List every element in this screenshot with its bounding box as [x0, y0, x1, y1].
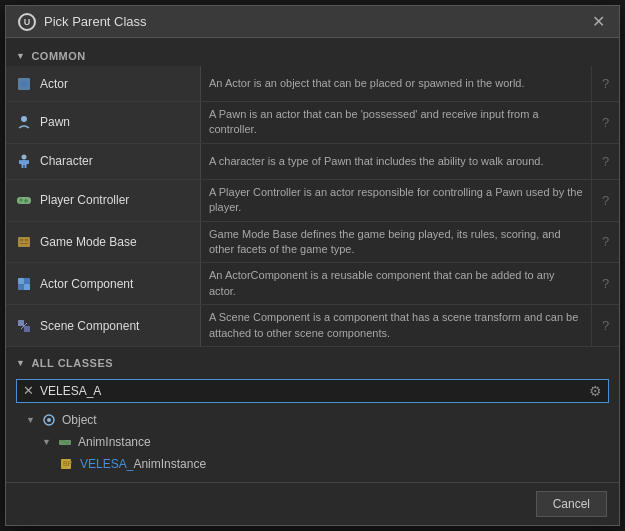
svg-rect-18 — [24, 278, 30, 284]
help-btn-player-controller[interactable]: ? — [591, 180, 619, 221]
search-input[interactable] — [40, 384, 583, 398]
class-desc-actor: An Actor is an object that can be placed… — [201, 66, 591, 101]
help-btn-actor[interactable]: ? — [591, 66, 619, 101]
tree-item-object[interactable]: ▼ Object — [26, 409, 599, 431]
svg-point-3 — [22, 155, 27, 160]
svg-text:BP: BP — [63, 460, 73, 467]
tree-item-velesa-anim[interactable]: BP VELESA_AnimInstance — [26, 453, 599, 475]
svg-rect-16 — [20, 243, 28, 244]
svg-rect-20 — [24, 284, 30, 290]
common-arrow-icon: ▼ — [16, 51, 25, 61]
svg-rect-15 — [25, 239, 28, 241]
all-classes-section: ✕ ⚙ ▼ Object — [6, 373, 619, 482]
svg-rect-19 — [18, 284, 24, 290]
svg-point-25 — [47, 418, 51, 422]
svg-rect-4 — [21, 160, 27, 165]
all-classes-arrow-icon: ▼ — [16, 358, 25, 368]
svg-rect-13 — [18, 237, 30, 247]
ue-logo: U — [18, 13, 36, 31]
svg-rect-17 — [18, 278, 24, 284]
pawn-icon — [14, 112, 34, 132]
class-name-cell-actor-component: Actor Component — [6, 263, 201, 304]
search-row: ✕ ⚙ — [16, 379, 609, 403]
class-row-actor[interactable]: Actor An Actor is an object that can be … — [6, 66, 619, 102]
actor-icon — [14, 74, 34, 94]
class-name-scene-component: Scene Component — [40, 319, 139, 333]
class-desc-character: A character is a type of Pawn that inclu… — [201, 144, 591, 179]
anim-suffix: AnimInstance — [133, 457, 206, 471]
velesa-anim-icon: BP — [58, 455, 76, 473]
class-name-character: Character — [40, 154, 93, 168]
tree-label-object: Object — [62, 413, 97, 427]
class-name-actor: Actor — [40, 77, 68, 91]
svg-rect-7 — [22, 165, 24, 168]
help-btn-game-mode-base[interactable]: ? — [591, 222, 619, 263]
class-name-cell-scene-component: Scene Component — [6, 305, 201, 346]
class-name-player-controller: Player Controller — [40, 193, 129, 207]
class-row-actor-component[interactable]: Actor Component An ActorComponent is a r… — [6, 263, 619, 305]
svg-point-1 — [21, 81, 27, 87]
close-button[interactable]: ✕ — [589, 13, 607, 31]
tree-arrow-object: ▼ — [26, 415, 40, 425]
class-row-scene-component[interactable]: Scene Component A Scene Component is a c… — [6, 305, 619, 347]
common-classes-list: Actor An Actor is an object that can be … — [6, 66, 619, 347]
svg-rect-22 — [24, 326, 30, 332]
player-controller-icon — [14, 190, 34, 210]
anim-instance-icon — [56, 433, 74, 451]
class-name-cell-game-mode-base: Game Mode Base — [6, 222, 201, 263]
tree-label-velesa-anim: VELESA_AnimInstance — [80, 457, 206, 471]
tree-label-anim-instance: AnimInstance — [78, 435, 151, 449]
object-icon — [40, 411, 58, 429]
class-desc-pawn: A Pawn is an actor that can be 'possesse… — [201, 102, 591, 143]
common-section-header[interactable]: ▼ COMMON — [6, 46, 619, 66]
svg-rect-5 — [19, 160, 21, 164]
svg-point-10 — [20, 199, 23, 202]
class-desc-game-mode-base: Game Mode Base defines the game being pl… — [201, 222, 591, 263]
all-classes-section-header[interactable]: ▼ ALL CLASSES — [6, 353, 619, 373]
cancel-button[interactable]: Cancel — [536, 491, 607, 517]
all-classes-section-label: ALL CLASSES — [31, 357, 113, 369]
dialog-footer: Cancel — [6, 482, 619, 525]
class-desc-player-controller: A Player Controller is an actor responsi… — [201, 180, 591, 221]
class-name-cell-actor: Actor — [6, 66, 201, 101]
class-tree: ▼ Object ▼ — [16, 407, 609, 477]
class-name-cell-player-controller: Player Controller — [6, 180, 201, 221]
class-row-character[interactable]: Character A character is a type of Pawn … — [6, 144, 619, 180]
scene-component-icon — [14, 316, 34, 336]
class-name-cell-character: Character — [6, 144, 201, 179]
svg-point-2 — [21, 116, 27, 122]
class-desc-actor-component: An ActorComponent is a reusable componen… — [201, 263, 591, 304]
svg-rect-12 — [24, 200, 28, 202]
svg-rect-8 — [25, 165, 27, 168]
pick-parent-class-dialog: U Pick Parent Class ✕ ▼ COMMON — [5, 5, 620, 526]
velesa-highlight: VELESA_ — [80, 457, 133, 471]
class-row-game-mode-base[interactable]: Game Mode Base Game Mode Base defines th… — [6, 222, 619, 264]
class-name-cell-pawn: Pawn — [6, 102, 201, 143]
svg-rect-6 — [27, 160, 29, 164]
character-icon — [14, 151, 34, 171]
svg-rect-14 — [20, 239, 23, 241]
tree-item-anim-instance[interactable]: ▼ AnimInstance — [26, 431, 599, 453]
title-bar: U Pick Parent Class ✕ — [6, 6, 619, 38]
dialog-title: Pick Parent Class — [44, 14, 147, 29]
tree-arrow-anim: ▼ — [42, 437, 56, 447]
gear-icon[interactable]: ⚙ — [589, 383, 602, 399]
common-section-label: COMMON — [31, 50, 85, 62]
title-bar-left: U Pick Parent Class — [18, 13, 147, 31]
help-btn-character[interactable]: ? — [591, 144, 619, 179]
class-name-pawn: Pawn — [40, 115, 70, 129]
help-btn-pawn[interactable]: ? — [591, 102, 619, 143]
help-btn-scene-component[interactable]: ? — [591, 305, 619, 346]
actor-component-icon — [14, 274, 34, 294]
svg-rect-21 — [18, 320, 24, 326]
class-name-actor-component: Actor Component — [40, 277, 133, 291]
help-btn-actor-component[interactable]: ? — [591, 263, 619, 304]
dialog-content: ▼ COMMON Actor An Actor is an object tha… — [6, 38, 619, 482]
class-row-pawn[interactable]: Pawn A Pawn is an actor that can be 'pos… — [6, 102, 619, 144]
class-name-game-mode-base: Game Mode Base — [40, 235, 137, 249]
game-mode-icon — [14, 232, 34, 252]
class-row-player-controller[interactable]: Player Controller A Player Controller is… — [6, 180, 619, 222]
search-clear-button[interactable]: ✕ — [23, 383, 34, 398]
class-desc-scene-component: A Scene Component is a component that ha… — [201, 305, 591, 346]
